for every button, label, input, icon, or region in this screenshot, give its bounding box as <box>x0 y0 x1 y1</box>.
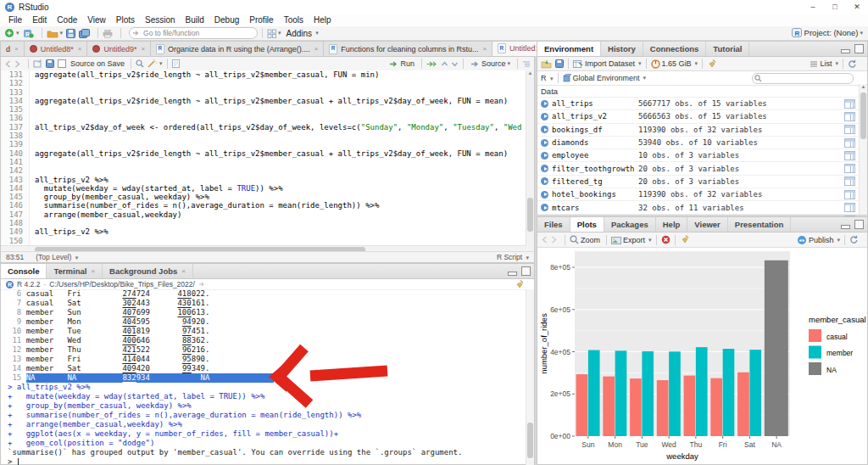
env-item-mtcars[interactable]: mtcars32 obs. of 11 variables <box>537 201 867 214</box>
back-icon[interactable] <box>4 60 13 68</box>
view-table-icon[interactable] <box>844 203 855 212</box>
env-item-filter_toothgrowth[interactable]: filter_toothgrowth20 obs. of 3 variables <box>537 162 867 175</box>
save-workspace-icon[interactable] <box>555 59 564 68</box>
expand-object-icon[interactable] <box>541 177 548 185</box>
scope-selector[interactable]: (Top Level) ▾ <box>36 253 78 261</box>
previous-plot-icon[interactable] <box>541 236 549 244</box>
menu-item-plots[interactable]: Plots <box>111 15 140 25</box>
refresh-plot-icon[interactable] <box>849 235 859 244</box>
console-tab-terminal[interactable]: Terminal× <box>47 264 103 278</box>
open-folder-arrow-icon[interactable] <box>198 281 206 288</box>
memory-gauge-icon[interactable] <box>651 59 660 69</box>
environment-tab-history[interactable]: History <box>601 42 643 56</box>
expand-object-icon[interactable] <box>541 126 548 133</box>
import-dataset-button[interactable]: Import Dataset <box>585 59 635 68</box>
env-item-all_trips[interactable]: all_trips5667717 obs. of 15 variables <box>537 98 867 110</box>
open-file-button[interactable]: ▾ <box>47 29 64 38</box>
view-table-icon[interactable] <box>844 190 855 199</box>
expand-object-icon[interactable] <box>541 191 548 199</box>
environment-tab-connections[interactable]: Connections <box>643 42 707 56</box>
close-tab-icon[interactable]: × <box>482 45 487 53</box>
view-table-icon[interactable] <box>844 151 855 160</box>
close-tab-icon[interactable]: × <box>314 45 319 53</box>
source-tab-untitled9-[interactable]: Untitled9*× <box>87 42 151 56</box>
menu-item-edit[interactable]: Edit <box>27 15 52 25</box>
close-tab-icon[interactable]: × <box>181 267 186 275</box>
environment-tab-environment[interactable]: Environment <box>537 42 601 56</box>
close-tab-icon[interactable]: × <box>141 45 145 53</box>
source-on-save-checkbox[interactable] <box>58 59 66 68</box>
console-prompt[interactable]: > <box>8 457 528 465</box>
environment-scrollbar[interactable]: ▲ <box>859 84 867 214</box>
language-selector[interactable]: R ▾ <box>541 74 554 82</box>
maximize-pane-icon[interactable] <box>854 44 864 53</box>
next-plot-icon[interactable] <box>549 236 558 244</box>
view-table-icon[interactable] <box>844 112 855 121</box>
plots-tab-presentation[interactable]: Presentation <box>728 217 792 232</box>
export-plot-button[interactable]: Export <box>623 236 645 244</box>
plots-tab-help[interactable]: Help <box>656 217 688 232</box>
goto-file-input[interactable] <box>129 27 258 39</box>
menu-item-profile[interactable]: Profile <box>244 15 278 25</box>
plots-tab-plots[interactable]: Plots <box>570 217 604 232</box>
import-dataset-icon[interactable] <box>573 59 583 68</box>
console-scrollbar[interactable] <box>526 289 534 465</box>
list-view-button[interactable]: List <box>820 59 832 68</box>
env-item-bookings_df[interactable]: bookings_df119390 obs. of 32 variables <box>537 124 867 137</box>
go-next-chunk-icon[interactable] <box>451 60 459 68</box>
environment-search[interactable] <box>752 73 854 84</box>
export-plot-icon[interactable] <box>611 236 621 244</box>
console-output[interactable]: 6 casualFri274724418022.7 casualSat30244… <box>1 289 528 465</box>
refresh-icon[interactable] <box>848 59 857 69</box>
compile-report-icon[interactable] <box>172 59 180 68</box>
code-editor[interactable]: 131aggregate(all_trips_v2$ride_length ~ … <box>1 70 534 245</box>
environment-tab-tutorial[interactable]: Tutorial <box>706 42 749 56</box>
goto-file-search[interactable] <box>129 27 258 39</box>
document-outline-icon[interactable] <box>522 60 531 68</box>
minimize-button[interactable]: – <box>802 0 824 14</box>
close-button[interactable]: ✕ <box>846 0 868 14</box>
plots-tab-viewer[interactable]: Viewer <box>687 217 727 232</box>
plots-tab-files[interactable]: Files <box>537 217 570 232</box>
view-table-icon[interactable] <box>844 125 855 134</box>
plots-tab-packages[interactable]: Packages <box>604 217 656 232</box>
expand-object-icon[interactable] <box>541 204 548 211</box>
console-tab-console[interactable]: Console <box>1 264 47 278</box>
menu-item-session[interactable]: Session <box>140 15 181 25</box>
remove-plot-icon[interactable] <box>661 235 670 244</box>
menu-item-debug[interactable]: Debug <box>209 15 244 25</box>
clear-environment-broom-icon[interactable] <box>707 59 716 69</box>
maximize-pane-icon[interactable] <box>521 266 531 276</box>
save-icon[interactable] <box>46 59 54 68</box>
popout-icon[interactable] <box>33 59 42 68</box>
minimize-pane-icon[interactable] <box>508 272 517 276</box>
source-tab-functions-for-cleaning-columns-in-rstu-[interactable]: Functions for cleaning columns in Rstu..… <box>324 42 492 56</box>
env-item-employee[interactable]: employee10 obs. of 3 variables <box>537 149 867 162</box>
publish-icon[interactable] <box>797 235 807 245</box>
minimize-pane-icon[interactable] <box>841 49 850 53</box>
minimize-pane-icon[interactable] <box>841 225 850 229</box>
env-item-all_trips_v2[interactable]: all_trips_v25666563 obs. of 15 variables <box>537 110 867 123</box>
clear-plots-broom-icon[interactable] <box>680 235 689 244</box>
env-item-filtered_tg[interactable]: filtered_tg20 obs. of 3 variables <box>537 176 867 188</box>
save-button[interactable] <box>66 29 75 38</box>
menu-item-view[interactable]: View <box>82 15 111 25</box>
source-tab-untitled8-[interactable]: Untitled8*× <box>25 42 88 56</box>
print-button[interactable] <box>103 29 113 38</box>
env-item-hotel_bookings[interactable]: hotel_bookings119390 obs. of 32 variable… <box>537 188 867 201</box>
forward-icon[interactable] <box>13 60 21 68</box>
code-tools-wand-icon[interactable] <box>147 59 158 68</box>
memory-usage-button[interactable]: 1.65 GiB <box>662 59 692 68</box>
find-icon[interactable] <box>136 59 144 68</box>
menu-item-file[interactable]: File <box>3 15 27 25</box>
save-all-button[interactable] <box>79 29 90 38</box>
view-table-icon[interactable] <box>844 99 855 109</box>
environment-selector[interactable]: Global Environment <box>573 74 640 82</box>
view-table-icon[interactable] <box>844 138 855 148</box>
expand-object-icon[interactable] <box>541 113 548 120</box>
close-tab-icon[interactable]: × <box>91 267 95 275</box>
zoom-plot-icon[interactable] <box>570 235 579 244</box>
source-tab-organize-data-in-r-using-the-arrange-[interactable]: Organize data in R using the (Arrange().… <box>151 42 324 56</box>
editor-vertical-scrollbar[interactable]: ▲ <box>526 70 534 253</box>
expand-object-icon[interactable] <box>541 100 548 108</box>
